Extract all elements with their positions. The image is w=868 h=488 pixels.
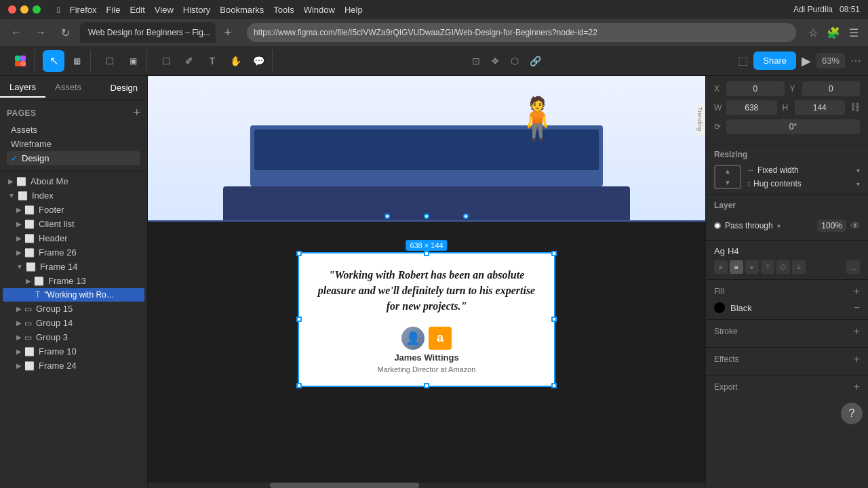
app-name[interactable]: Firefox bbox=[70, 5, 97, 15]
handle-tl[interactable] bbox=[296, 251, 302, 256]
inspector-icon[interactable]: ⬚ bbox=[738, 54, 748, 67]
add-page-button[interactable]: + bbox=[133, 106, 140, 120]
handle-tm[interactable] bbox=[424, 251, 429, 256]
handle-br[interactable] bbox=[551, 383, 557, 388]
page-assets[interactable]: Assets bbox=[7, 123, 140, 137]
refresh-button[interactable]: ↻ bbox=[56, 23, 75, 42]
layer-group14[interactable]: ▶ ▭ Group 14 bbox=[3, 316, 144, 330]
h-input[interactable]: H bbox=[783, 100, 846, 115]
blend-mode-dropdown[interactable]: ▾ bbox=[777, 222, 781, 230]
page-design[interactable]: ✓ Design bbox=[7, 151, 140, 165]
layer-frame13[interactable]: ▶ ⬜ Frame 13 bbox=[3, 274, 144, 288]
help-menu[interactable]: Help bbox=[344, 5, 363, 15]
menu-icon[interactable]: ☰ bbox=[846, 25, 861, 40]
layer-client-list[interactable]: ▶ ⬜ Client list bbox=[3, 217, 144, 231]
color-swatch-black[interactable] bbox=[714, 302, 725, 313]
page-wireframe[interactable]: Wireframe bbox=[7, 137, 140, 151]
design-tab[interactable]: Design bbox=[101, 79, 147, 97]
hug-contents-dropdown[interactable]: ▾ bbox=[856, 180, 860, 188]
align-left-button[interactable]: ≡ bbox=[714, 260, 728, 274]
figma-logo-button[interactable] bbox=[9, 50, 31, 72]
zoom-display[interactable]: 63% bbox=[816, 53, 845, 68]
active-tab[interactable]: Web Design for Beginners – Fig... ✕ bbox=[80, 22, 216, 43]
w-value[interactable] bbox=[726, 100, 777, 115]
comment-tool[interactable]: 💬 bbox=[248, 50, 269, 72]
fixed-width-dropdown[interactable]: ▾ bbox=[856, 167, 860, 174]
scale-tool[interactable]: ▦ bbox=[66, 50, 87, 72]
new-tab-button[interactable]: + bbox=[218, 23, 237, 42]
more-text-options-button[interactable]: … bbox=[846, 260, 860, 274]
assets-tab[interactable]: Assets bbox=[45, 78, 91, 98]
back-button[interactable]: ← bbox=[7, 23, 26, 42]
share-button[interactable]: Share bbox=[753, 52, 796, 70]
layer-frame26[interactable]: ▶ ⬜ Frame 26 bbox=[3, 245, 144, 260]
play-icon[interactable]: ▶ bbox=[802, 54, 811, 68]
edit-menu[interactable]: Edit bbox=[130, 5, 144, 15]
x-input[interactable]: X bbox=[714, 81, 785, 96]
close-tab-icon[interactable]: ✕ bbox=[214, 28, 216, 37]
canvas-scrollbar-thumb[interactable] bbox=[270, 483, 419, 488]
bookmarks-menu[interactable]: Bookmarks bbox=[220, 5, 264, 15]
address-bar[interactable]: https://www.figma.com/file/I5cIVWZa9rQIG… bbox=[247, 23, 796, 42]
add-effect-button[interactable]: + bbox=[854, 353, 860, 365]
handle-mr[interactable] bbox=[551, 317, 557, 322]
layer-index[interactable]: ▼ ⬜ Index bbox=[3, 188, 144, 203]
apple-menu[interactable]:  bbox=[57, 5, 60, 15]
align-center-button[interactable]: ≡ bbox=[730, 260, 743, 274]
history-menu[interactable]: History bbox=[183, 5, 210, 15]
y-value[interactable] bbox=[802, 81, 861, 96]
text-tool[interactable]: T bbox=[201, 50, 223, 72]
layer-group15[interactable]: ▶ ▭ Group 15 bbox=[3, 302, 144, 316]
fullscreen-button[interactable] bbox=[33, 5, 41, 14]
view-menu[interactable]: View bbox=[155, 5, 174, 15]
more-options-icon[interactable]: ⋯ bbox=[850, 54, 861, 67]
angle-input[interactable]: ⟳ bbox=[714, 119, 860, 134]
x-value[interactable] bbox=[726, 81, 785, 96]
pen-tool[interactable]: ✐ bbox=[178, 50, 200, 72]
minimize-button[interactable] bbox=[20, 5, 28, 14]
visibility-toggle[interactable]: 👁 bbox=[850, 220, 860, 231]
window-menu[interactable]: Window bbox=[304, 5, 335, 15]
layer-group3[interactable]: ▶ ▭ Group 3 bbox=[3, 330, 144, 344]
w-input[interactable]: W bbox=[714, 100, 777, 115]
layers-tab[interactable]: Layers bbox=[0, 78, 45, 98]
file-menu[interactable]: File bbox=[106, 5, 120, 15]
add-fill-button[interactable]: + bbox=[854, 285, 860, 298]
valign-top-button[interactable]: ⊤ bbox=[761, 260, 774, 274]
frame-tool[interactable]: □ bbox=[99, 50, 121, 72]
handle-bm[interactable] bbox=[424, 383, 429, 388]
layer-frame10[interactable]: ▶ ⬜ Frame 10 bbox=[3, 344, 144, 359]
canvas-scrollbar[interactable] bbox=[148, 483, 705, 488]
rectangle-tool[interactable]: □ bbox=[155, 50, 177, 72]
testimonial-frame[interactable]: 638 × 144 "Working with Robert has been … bbox=[298, 252, 555, 387]
opacity-value[interactable]: 100% bbox=[817, 220, 846, 232]
extensions-icon[interactable]: 🧩 bbox=[826, 25, 841, 40]
handle-tr[interactable] bbox=[551, 251, 557, 256]
tools-menu[interactable]: Tools bbox=[273, 5, 294, 15]
forward-button[interactable]: → bbox=[31, 23, 50, 42]
add-export-button[interactable]: + bbox=[854, 381, 860, 393]
valign-mid-button[interactable]: ⬡ bbox=[776, 260, 790, 274]
align-right-button[interactable]: ≡ bbox=[745, 260, 759, 274]
select-tool[interactable]: ↖ bbox=[43, 50, 64, 72]
hand-tool[interactable]: ✋ bbox=[224, 50, 246, 72]
handle-bl[interactable] bbox=[296, 383, 302, 388]
hug-contents-option[interactable]: ↕ Hug contents ▾ bbox=[747, 179, 860, 188]
remove-fill-button[interactable]: − bbox=[854, 302, 860, 314]
add-stroke-button[interactable]: + bbox=[854, 325, 860, 338]
angle-value[interactable] bbox=[726, 119, 860, 134]
layer-footer[interactable]: ▶ ⬜ Footer bbox=[3, 203, 144, 217]
layer-working-text[interactable]: T "Working with Robert has... bbox=[3, 288, 144, 302]
aspect-ratio-lock-icon[interactable]: ⛓ bbox=[850, 102, 860, 115]
close-button[interactable] bbox=[8, 5, 16, 14]
handle-ml[interactable] bbox=[296, 317, 302, 322]
resize-box[interactable]: ▲ ▼ bbox=[714, 165, 741, 189]
y-input[interactable]: Y bbox=[790, 81, 861, 96]
valign-bot-button[interactable]: ⊥ bbox=[792, 260, 806, 274]
help-button[interactable]: ? bbox=[841, 403, 863, 424]
layer-frame24[interactable]: ▶ ⬜ Frame 24 bbox=[3, 359, 144, 373]
layer-about-me[interactable]: ▶ ⬜ About Me bbox=[3, 174, 144, 188]
layer-header[interactable]: ▶ ⬜ Header bbox=[3, 231, 144, 245]
h-value[interactable] bbox=[795, 100, 846, 115]
layer-frame14[interactable]: ▼ ⬜ Frame 14 bbox=[3, 260, 144, 274]
